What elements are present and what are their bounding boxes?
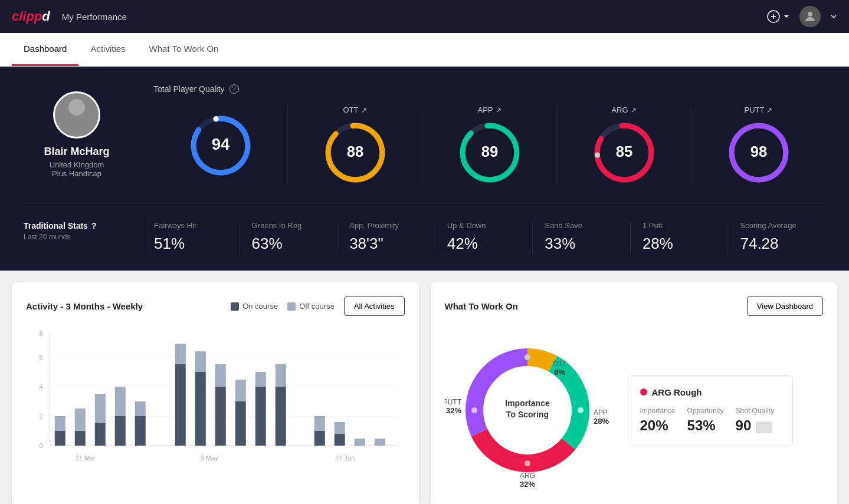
bar-on-5 [135, 416, 146, 446]
legend-on-course: On course [231, 302, 278, 311]
shot-quality-badge [756, 421, 772, 433]
gauge-app: APP ↗ 89 [422, 106, 556, 185]
gauge-app-svg: 89 [457, 120, 522, 185]
stat-proximity: App. Proximity 38'3" [337, 221, 435, 253]
activity-card-header: Activity - 3 Months - Weekly On course O… [26, 297, 405, 316]
bar-off-12 [314, 416, 325, 431]
gauge-putt-svg: 98 [726, 120, 791, 185]
donut-center-text-2: To Scoring [506, 410, 548, 419]
stat-sandsave-value: 33% [545, 235, 575, 253]
stat-sandsave-label: Sand Save [545, 221, 582, 230]
activity-chart-title: Activity - 3 Months - Weekly [26, 301, 143, 311]
traditional-stats: Traditional Stats ? Last 20 rounds Fairw… [24, 221, 825, 253]
stat-fairways: Fairways Hit 51% [142, 221, 240, 253]
donut-chart-section: Importance To Scoring OTT 8% APP 28% ARG… [445, 328, 610, 493]
chevron-down-icon [830, 13, 837, 20]
bar-off-7 [195, 351, 206, 372]
metric-opportunity-label: Opportunity [687, 407, 724, 415]
stat-1putt: 1 Putt 28% [630, 221, 728, 253]
svg-text:6: 6 [40, 354, 43, 361]
stat-scoring: Scoring Average 74.28 [727, 221, 825, 253]
svg-point-3 [808, 12, 812, 17]
svg-text:21 Mar: 21 Mar [76, 454, 96, 462]
stat-greens-value: 63% [252, 235, 283, 253]
gauge-ott-svg: 88 [323, 120, 388, 185]
bar-off-3 [95, 394, 106, 423]
total-player-quality: Total Player Quality ? 94 OTT [153, 84, 825, 185]
header-title: My Performance [62, 12, 127, 22]
svg-text:98: 98 [750, 143, 767, 160]
quality-gauges: 94 OTT ↗ 88 [153, 106, 825, 185]
metric-importance: Importance 20% [640, 407, 676, 434]
bar-on-8 [215, 387, 226, 446]
gauge-putt: PUTT ↗ 98 [691, 106, 825, 185]
stat-1putt-value: 28% [643, 235, 673, 253]
add-button[interactable] [766, 9, 790, 24]
bar-on-4 [115, 416, 126, 446]
work-on-title: What To Work On [445, 301, 518, 311]
stat-proximity-label: App. Proximity [349, 221, 399, 230]
value-putt: 32% [445, 406, 461, 415]
player-info: Blair McHarg United Kingdom Plus Handica… [24, 91, 130, 178]
gauge-arg-svg: 85 [592, 120, 657, 185]
label-putt: PUTT [445, 398, 462, 406]
info-card: ARG Rough Importance 20% Opportunity 53%… [628, 375, 793, 446]
trad-stats-label: Traditional Stats ? Last 20 rounds [24, 221, 142, 241]
arg-trend-icon: ↗ [631, 106, 637, 114]
svg-text:88: 88 [346, 143, 363, 160]
player-country: United Kingdom [50, 160, 104, 169]
bar-off-4 [115, 387, 126, 416]
stat-items: Fairways Hit 51% Greens In Reg 63% App. … [142, 221, 825, 253]
all-activities-button[interactable]: All Activities [344, 297, 405, 316]
trad-stats-title: Traditional Stats ? [24, 221, 142, 230]
ott-trend-icon: ↗ [361, 106, 367, 114]
header-left: clippd My Performance [12, 9, 127, 24]
donut-svg: Importance To Scoring OTT 8% APP 28% ARG… [445, 328, 610, 493]
value-app: 28% [594, 417, 609, 426]
bar-on-12 [314, 431, 325, 446]
bar-on-11 [276, 387, 286, 446]
what-to-work-on-card: What To Work On View Dashboard [431, 282, 838, 504]
donut-marker-left [471, 407, 477, 413]
tab-what-to-work-on[interactable]: What To Work On [137, 33, 231, 66]
svg-text:85: 85 [615, 143, 632, 160]
tab-dashboard[interactable]: Dashboard [12, 33, 78, 66]
bar-chart-svg: 0 2 4 6 8 [26, 328, 405, 469]
help-icon[interactable]: ? [230, 84, 239, 94]
gauge-app-label: APP ↗ [477, 106, 501, 114]
svg-text:8: 8 [40, 330, 43, 337]
activity-chart-card: Activity - 3 Months - Weekly On course O… [12, 282, 419, 504]
label-arg: ARG [519, 472, 535, 480]
header-right [766, 6, 837, 27]
svg-text:27 Jun: 27 Jun [335, 454, 355, 462]
header: clippd My Performance [0, 0, 849, 33]
app-trend-icon: ↗ [496, 106, 501, 114]
trad-stats-period: Last 20 rounds [24, 233, 142, 241]
legend-on-course-dot [231, 302, 239, 311]
donut-marker-top [525, 354, 530, 360]
bar-on-2 [75, 431, 86, 446]
bar-on-1 [55, 431, 65, 446]
view-dashboard-button[interactable]: View Dashboard [747, 297, 823, 316]
trad-help-icon[interactable]: ? [91, 221, 97, 230]
stat-1putt-label: 1 Putt [643, 221, 663, 230]
gauge-ott: OTT ↗ 88 [287, 106, 422, 185]
svg-point-4 [68, 99, 85, 116]
user-avatar[interactable] [799, 6, 821, 27]
bar-off-1 [55, 416, 65, 431]
logo: clippd [12, 9, 50, 24]
svg-text:2: 2 [40, 413, 43, 420]
legend-off-course: Off course [287, 302, 335, 311]
stat-fairways-value: 51% [154, 235, 185, 253]
bar-on-10 [255, 387, 266, 446]
donut-center-text-1: Importance [505, 398, 550, 408]
work-on-content: Importance To Scoring OTT 8% APP 28% ARG… [445, 328, 824, 493]
chart-legend: On course Off course [231, 302, 335, 311]
gauge-arg: ARG ↗ 85 [556, 106, 691, 185]
bar-off-15 [375, 439, 385, 446]
bar-on-3 [95, 423, 106, 446]
info-card-title: ARG Rough [640, 387, 781, 397]
stat-updown-value: 42% [447, 235, 478, 253]
stat-updown-label: Up & Down [447, 221, 486, 230]
tab-activities[interactable]: Activities [78, 33, 137, 66]
